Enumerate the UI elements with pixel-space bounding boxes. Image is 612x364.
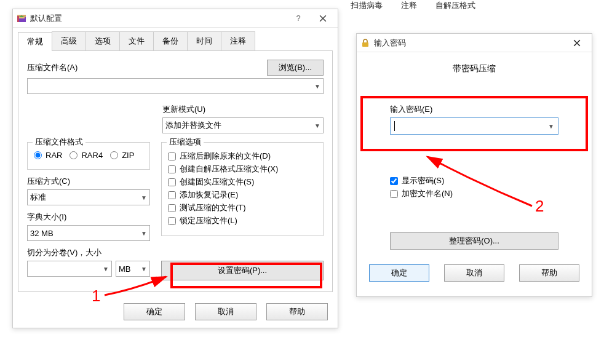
pw-help-button[interactable]: 帮助 bbox=[519, 264, 579, 282]
opt-test[interactable]: 测试压缩的文件(T) bbox=[168, 202, 317, 213]
pw-subtitle: 带密码压缩 bbox=[369, 63, 579, 74]
split-label: 切分为分卷(V)，大小 bbox=[27, 247, 150, 258]
annotation-arrow-1 bbox=[98, 271, 172, 301]
pw-close-button[interactable] bbox=[565, 34, 589, 52]
pw-title: 输入密码 bbox=[374, 38, 406, 49]
general-panel: 压缩文件名(A) 浏览(B)... ▼ 更新模式(U) 添加并替换文件 ▼ 压缩… bbox=[18, 51, 333, 292]
close-button[interactable] bbox=[311, 10, 335, 27]
bg-toolbar: 扫描病毒 注释 自解压格式 bbox=[351, 0, 612, 14]
chevron-down-icon: ▼ bbox=[314, 122, 320, 129]
winrar-icon bbox=[17, 14, 26, 23]
bg-toolbar-scan[interactable]: 扫描病毒 bbox=[351, 0, 383, 14]
tab-files[interactable]: 文件 bbox=[119, 31, 154, 50]
chevron-down-icon: ▼ bbox=[141, 230, 147, 237]
tab-comment[interactable]: 注释 bbox=[221, 31, 255, 50]
main-title: 默认配置 bbox=[30, 13, 62, 24]
annotation-arrow-2 bbox=[418, 148, 541, 215]
dict-label: 字典大小(I) bbox=[27, 212, 150, 223]
tab-advanced[interactable]: 高级 bbox=[52, 31, 86, 50]
svg-rect-4 bbox=[362, 42, 368, 47]
options-group: 压缩选项 压缩后删除原来的文件(D) 创建自解压格式压缩文件(X) 创建固实压缩… bbox=[161, 142, 324, 236]
ok-button[interactable]: 确定 bbox=[124, 303, 185, 320]
opt-solid[interactable]: 创建固实压缩文件(S) bbox=[168, 176, 317, 188]
bg-toolbar-comment[interactable]: 注释 bbox=[401, 0, 417, 14]
method-select[interactable]: 标准▼ bbox=[27, 189, 150, 205]
opt-lock[interactable]: 锁定压缩文件(L) bbox=[168, 215, 317, 226]
pw-footer: 确定 取消 帮助 bbox=[369, 264, 579, 282]
update-mode-label: 更新模式(U) bbox=[162, 104, 324, 115]
archive-name-input[interactable]: ▼ bbox=[27, 78, 324, 94]
browse-button[interactable]: 浏览(B)... bbox=[267, 60, 324, 76]
format-rar4[interactable]: RAR4 bbox=[70, 151, 103, 160]
chevron-down-icon: ▼ bbox=[141, 194, 147, 201]
svg-rect-2 bbox=[18, 17, 25, 18]
archive-name-label: 压缩文件名(A) bbox=[27, 62, 261, 73]
tab-general[interactable]: 常规 bbox=[18, 32, 52, 51]
main-titlebar: 默认配置 ? bbox=[13, 9, 338, 28]
main-footer: 确定 取消 帮助 bbox=[13, 303, 328, 320]
annotation-box-2 bbox=[360, 96, 588, 151]
chevron-down-icon: ▼ bbox=[314, 83, 320, 90]
tab-options[interactable]: 选项 bbox=[85, 31, 120, 50]
manage-passwords-button[interactable]: 整理密码(O)... bbox=[390, 232, 558, 250]
tab-time[interactable]: 时间 bbox=[187, 31, 221, 50]
svg-rect-3 bbox=[17, 16, 19, 22]
bg-toolbar-sfx[interactable]: 自解压格式 bbox=[435, 0, 475, 14]
pw-ok-button[interactable]: 确定 bbox=[369, 264, 429, 282]
dict-select[interactable]: 32 MB▼ bbox=[27, 225, 150, 241]
pw-cancel-button[interactable]: 取消 bbox=[444, 264, 504, 282]
pw-titlebar: 输入密码 bbox=[357, 34, 592, 52]
format-group: 压缩文件格式 RAR RAR4 ZIP bbox=[27, 142, 150, 170]
opt-delete-after[interactable]: 压缩后删除原来的文件(D) bbox=[168, 151, 317, 162]
tab-backup[interactable]: 备份 bbox=[153, 31, 188, 50]
help-button[interactable]: ? bbox=[286, 10, 311, 27]
tabstrip: 常规 高级 选项 文件 备份 时间 注释 bbox=[18, 31, 333, 51]
method-label: 压缩方式(C) bbox=[27, 176, 150, 187]
annotation-box-1 bbox=[170, 263, 322, 288]
format-group-title: 压缩文件格式 bbox=[33, 136, 85, 148]
opt-sfx[interactable]: 创建自解压格式压缩文件(X) bbox=[168, 164, 317, 175]
help-button-footer[interactable]: 帮助 bbox=[266, 303, 328, 320]
format-zip[interactable]: ZIP bbox=[110, 151, 134, 160]
update-mode-select[interactable]: 添加并替换文件 ▼ bbox=[162, 117, 324, 133]
format-rar[interactable]: RAR bbox=[34, 151, 62, 160]
cancel-button[interactable]: 取消 bbox=[195, 303, 256, 320]
lock-icon bbox=[360, 38, 370, 48]
options-group-title: 压缩选项 bbox=[167, 136, 204, 148]
opt-recovery[interactable]: 添加恢复记录(E) bbox=[168, 189, 317, 200]
